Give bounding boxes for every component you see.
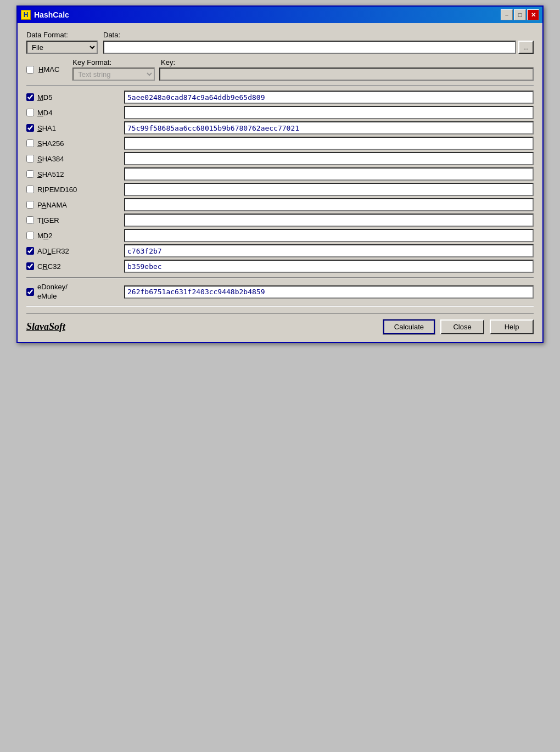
titlebar-left: H HashCalc (21, 10, 69, 20)
adler32-checkbox[interactable] (26, 247, 34, 255)
edonkey-label: eDonkey/eMule (37, 283, 68, 301)
data-input-row: C:\_test\Track01.mp3 ... (103, 41, 534, 54)
sha256-checkbox[interactable] (26, 139, 34, 147)
main-window: H HashCalc − □ ✕ Data Format: File Text … (16, 5, 544, 343)
separator-2 (26, 277, 534, 278)
panama-checkbox[interactable] (26, 201, 34, 209)
md2-checkbox-area: MD2 (26, 232, 120, 240)
close-window-button[interactable]: ✕ (527, 9, 539, 20)
md5-checkbox-area: MD5 (26, 93, 120, 102)
window-title: HashCalc (34, 10, 69, 19)
key-sublabels: Key Format: Key: (72, 58, 534, 66)
hash-rows: MD5MD4SHA1SHA256SHA384SHA512RIPEMD160PAN… (26, 91, 534, 273)
hash-row-sha1: SHA1 (26, 121, 534, 134)
md2-checkbox[interactable] (26, 232, 34, 239)
adler32-checkbox-area: ADLER32 (26, 247, 120, 255)
tiger-value (124, 214, 534, 227)
key-format-select[interactable]: Text string Hex string (72, 68, 155, 81)
hash-row-md5: MD5 (26, 91, 534, 104)
sha1-label: SHA1 (37, 124, 92, 132)
tiger-checkbox-area: TIGER (26, 216, 120, 225)
hmac-checkbox[interactable] (26, 66, 34, 74)
md2-value (124, 229, 534, 242)
panama-checkbox-area: PANAMA (26, 201, 120, 209)
ripemd160-value (124, 183, 534, 196)
md4-value (124, 106, 534, 119)
key-input[interactable] (159, 68, 534, 81)
format-group: Data Format: File Text string Hex string (26, 31, 98, 54)
hash-row-sha512: SHA512 (26, 167, 534, 181)
titlebar: H HashCalc − □ ✕ (18, 7, 542, 23)
hash-row-sha384: SHA384 (26, 152, 534, 165)
crc32-value (124, 260, 534, 273)
crc32-checkbox-area: CRC32 (26, 262, 120, 271)
content-area: Data Format: File Text string Hex string… (18, 23, 542, 342)
key-area: Key Format: Key: Text string Hex string (72, 58, 534, 81)
hmac-label: HMAC (38, 65, 59, 74)
crc32-label: CRC32 (37, 262, 92, 271)
data-label: Data: (103, 31, 534, 39)
adler32-label: ADLER32 (37, 247, 92, 255)
hash-row-md4: MD4 (26, 106, 534, 119)
bottom-buttons: Calculate Close Help (383, 319, 534, 334)
md5-checkbox[interactable] (26, 93, 34, 101)
edonkey-checkbox-area: eDonkey/eMule (26, 283, 120, 301)
help-button[interactable]: Help (490, 319, 534, 334)
md5-value (124, 91, 534, 104)
hash-row-panama: PANAMA (26, 198, 534, 211)
hash-row-tiger: TIGER (26, 214, 534, 227)
panama-value (124, 198, 534, 211)
data-format-select[interactable]: File Text string Hex string (26, 41, 98, 54)
edonkey-row: eDonkey/eMule 262fb6751ac631f2403cc9448b… (26, 283, 534, 301)
sha256-checkbox-area: SHA256 (26, 139, 120, 148)
top-section: Data Format: File Text string Hex string… (26, 31, 534, 54)
panama-label: PANAMA (37, 201, 92, 209)
sha512-checkbox-area: SHA512 (26, 170, 120, 178)
separator-1 (26, 85, 534, 86)
ripemd160-checkbox[interactable] (26, 186, 34, 193)
key-inputs: Text string Hex string (72, 68, 534, 81)
hash-row-ripemd160: RIPEMD160 (26, 183, 534, 196)
sha1-checkbox[interactable] (26, 124, 34, 132)
minimize-button[interactable]: − (501, 9, 513, 20)
close-button[interactable]: Close (440, 319, 484, 334)
tiger-label: TIGER (37, 216, 92, 225)
sha384-value (124, 152, 534, 165)
sha512-label: SHA512 (37, 170, 92, 178)
tiger-checkbox[interactable] (26, 216, 34, 224)
md2-label: MD2 (37, 232, 92, 240)
sha384-checkbox-area: SHA384 (26, 155, 120, 163)
ripemd160-checkbox-area: RIPEMD160 (26, 186, 120, 194)
edonkey-value: 262fb6751ac631f2403cc9448b2b4859 (124, 285, 534, 299)
browse-button[interactable]: ... (518, 41, 534, 54)
key-label: Key: (161, 58, 175, 66)
hash-row-md2: MD2 (26, 229, 534, 242)
crc32-checkbox[interactable] (26, 262, 34, 270)
hmac-underline: H (38, 65, 43, 74)
app-icon: H (21, 10, 31, 20)
bottom-section: SlavaSoft Calculate Close Help (26, 313, 534, 334)
sha384-label: SHA384 (37, 155, 92, 163)
key-format-label: Key Format: (72, 58, 111, 66)
md4-checkbox-area: MD4 (26, 109, 120, 117)
branding-label: SlavaSoft (26, 321, 65, 333)
sha256-label: SHA256 (37, 139, 92, 148)
adler32-value (124, 244, 534, 257)
md4-checkbox[interactable] (26, 109, 34, 116)
sha1-value (124, 121, 534, 134)
hash-row-crc32: CRC32 (26, 260, 534, 273)
calculate-button[interactable]: Calculate (383, 319, 435, 334)
sha256-value (124, 137, 534, 150)
md5-label: MD5 (37, 93, 92, 102)
md4-label: MD4 (37, 109, 92, 117)
data-input[interactable]: C:\_test\Track01.mp3 (103, 41, 516, 54)
sha512-checkbox[interactable] (26, 170, 34, 178)
sha1-checkbox-area: SHA1 (26, 124, 120, 132)
hash-row-adler32: ADLER32 (26, 244, 534, 257)
titlebar-controls: − □ ✕ (501, 9, 539, 20)
data-format-label: Data Format: (26, 31, 98, 39)
maximize-button[interactable]: □ (514, 9, 526, 20)
sha384-checkbox[interactable] (26, 155, 34, 162)
edonkey-checkbox[interactable] (26, 288, 34, 296)
separator-3 (26, 306, 534, 307)
